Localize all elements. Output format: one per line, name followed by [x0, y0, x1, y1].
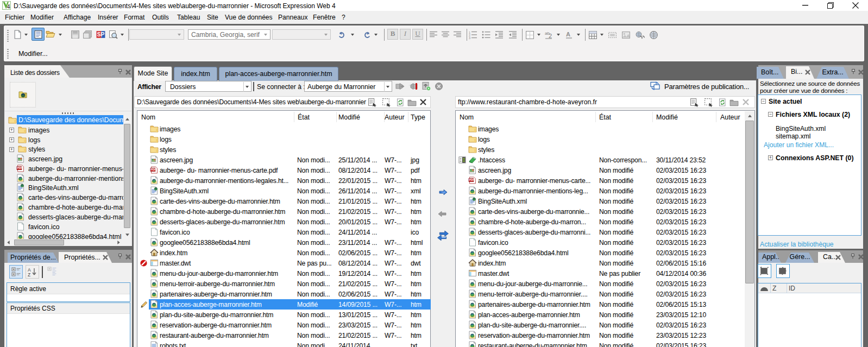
svg-text:SP: SP [97, 31, 105, 37]
svg-text:Z: Z [28, 272, 30, 277]
svg-text:4: 4 [7, 3, 10, 10]
svg-text:3: 3 [469, 36, 470, 39]
svg-text:A: A [566, 31, 570, 37]
